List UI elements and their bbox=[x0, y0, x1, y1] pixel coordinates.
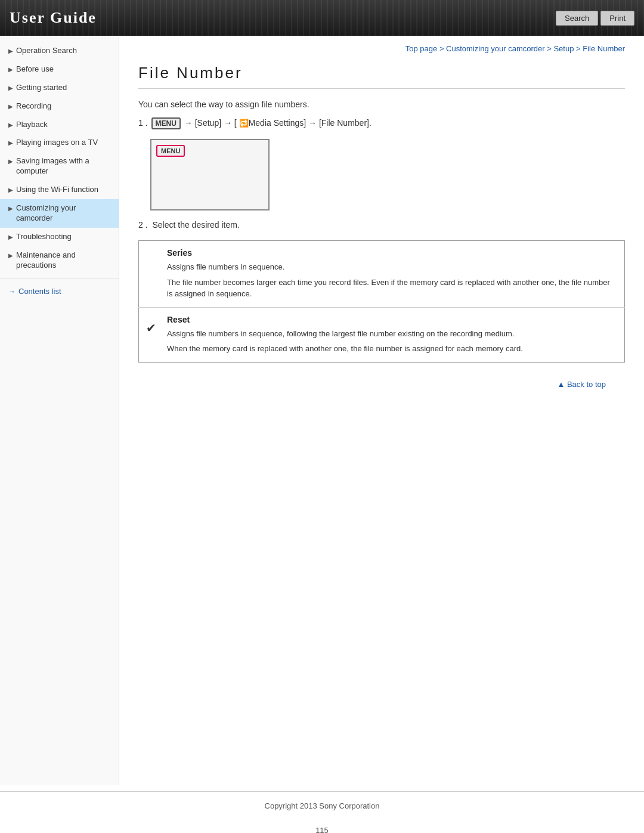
back-to-top-bar: Back to top bbox=[138, 374, 625, 389]
arrow-icon: ▶ bbox=[8, 205, 13, 212]
sidebar-item-before-use[interactable]: ▶ Before use bbox=[0, 60, 119, 79]
arrow-icon: ▶ bbox=[8, 233, 13, 241]
sidebar-label: Maintenance and precautions bbox=[16, 250, 113, 271]
step-1: 1. MENU → [Setup] → [ 🔁Media Settings] →… bbox=[138, 117, 625, 129]
arrow-icon: ▶ bbox=[8, 66, 13, 73]
sidebar: ▶ Operation Search ▶ Before use ▶ Gettin… bbox=[0, 36, 119, 785]
arrow-icon: ▶ bbox=[8, 157, 13, 165]
menu-mockup: MENU bbox=[150, 139, 270, 210]
checkmark-cell bbox=[139, 241, 159, 308]
breadcrumb-top[interactable]: Top page bbox=[405, 44, 438, 53]
series-line-1: Assigns file numbers in sequence. bbox=[167, 261, 616, 273]
series-line-2: The file number becomes larger each time… bbox=[167, 277, 616, 300]
sidebar-item-recording[interactable]: ▶ Recording bbox=[0, 97, 119, 116]
sidebar-item-playback[interactable]: ▶ Playback bbox=[0, 116, 119, 134]
content-area: Top page > Customizing your camcorder > … bbox=[119, 36, 644, 785]
table-row-reset: ✔ Reset Assigns file numbers in sequence… bbox=[139, 307, 625, 362]
main-layout: ▶ Operation Search ▶ Before use ▶ Gettin… bbox=[0, 36, 644, 785]
menu-mockup-button: MENU bbox=[156, 145, 185, 157]
breadcrumb-setup[interactable]: Setup bbox=[553, 44, 574, 53]
contents-list-link[interactable]: → Contents list bbox=[0, 282, 119, 301]
arrow-icon: ▶ bbox=[8, 84, 13, 92]
app-title: User Guide bbox=[10, 9, 97, 27]
reset-title: Reset bbox=[167, 315, 616, 324]
sidebar-label: Recording bbox=[16, 101, 51, 112]
sidebar-label: Troubleshooting bbox=[16, 232, 72, 242]
header: User Guide Search Print bbox=[0, 0, 644, 36]
sidebar-item-wifi[interactable]: ▶ Using the Wi-Fi function bbox=[0, 181, 119, 199]
header-buttons: Search Print bbox=[556, 11, 634, 26]
sidebar-item-saving-images[interactable]: ▶ Saving images with a computer bbox=[0, 152, 119, 181]
copyright-text: Copyright 2013 Sony Corporation bbox=[265, 801, 380, 810]
step-2-number: 2 bbox=[138, 220, 143, 230]
sidebar-label: Before use bbox=[16, 64, 54, 75]
breadcrumb: Top page > Customizing your camcorder > … bbox=[138, 44, 625, 53]
back-to-top-link[interactable]: Back to top bbox=[557, 380, 606, 389]
print-button[interactable]: Print bbox=[600, 11, 634, 26]
sidebar-label: Saving images with a computer bbox=[16, 156, 113, 176]
step-2-text: Select the desired item. bbox=[152, 220, 239, 230]
arrow-icon: ▶ bbox=[8, 121, 13, 129]
sidebar-item-getting-started[interactable]: ▶ Getting started bbox=[0, 79, 119, 97]
breadcrumb-customizing[interactable]: Customizing your camcorder bbox=[446, 44, 544, 53]
reset-cell: Reset Assigns file numbers in sequence, … bbox=[159, 307, 625, 362]
menu-key: MENU bbox=[151, 117, 181, 129]
sidebar-item-maintenance[interactable]: ▶ Maintenance and precautions bbox=[0, 246, 119, 275]
series-title: Series bbox=[167, 248, 616, 258]
sidebar-item-operation-search[interactable]: ▶ Operation Search bbox=[0, 42, 119, 60]
sidebar-label: Getting started bbox=[16, 83, 67, 93]
info-table: Series Assigns file numbers in sequence.… bbox=[138, 240, 625, 363]
page-number: 115 bbox=[0, 820, 644, 833]
step-1-text: → [Setup] → [ 🔁Media Settings] → [File N… bbox=[184, 118, 371, 128]
sidebar-label: Playback bbox=[16, 120, 48, 130]
arrow-icon: ▶ bbox=[8, 252, 13, 259]
series-cell: Series Assigns file numbers in sequence.… bbox=[159, 241, 625, 308]
page-title: File Number bbox=[138, 64, 625, 89]
footer: Copyright 2013 Sony Corporation bbox=[0, 791, 644, 820]
arrow-icon: ▶ bbox=[8, 103, 13, 110]
sidebar-item-troubleshooting[interactable]: ▶ Troubleshooting bbox=[0, 228, 119, 246]
breadcrumb-current: File Number bbox=[583, 44, 625, 53]
breadcrumb-sep1: > bbox=[437, 44, 446, 53]
sidebar-label: Operation Search bbox=[16, 46, 77, 56]
step-1-number: 1 bbox=[138, 118, 143, 128]
sidebar-divider bbox=[0, 278, 119, 278]
sidebar-label: Customizing your camcorder bbox=[16, 203, 113, 224]
breadcrumb-sep2: > bbox=[545, 44, 554, 53]
search-button[interactable]: Search bbox=[556, 11, 598, 26]
breadcrumb-sep3: > bbox=[574, 44, 583, 53]
sidebar-item-customizing[interactable]: ▶ Customizing your camcorder bbox=[0, 199, 119, 228]
sidebar-label: Playing images on a TV bbox=[16, 138, 98, 148]
step-2: 2. Select the desired item. bbox=[138, 220, 625, 230]
reset-line-2: When the memory card is replaced with an… bbox=[167, 343, 616, 355]
contents-link-label: Contents list bbox=[18, 287, 61, 296]
reset-line-1: Assigns file numbers in sequence, follow… bbox=[167, 328, 616, 340]
sidebar-label: Using the Wi-Fi function bbox=[16, 185, 98, 195]
content-intro: You can select the way to assign file nu… bbox=[138, 100, 625, 109]
arrow-icon: ▶ bbox=[8, 47, 13, 55]
checkmark-icon: ✔ bbox=[146, 321, 156, 335]
arrow-icon: ▶ bbox=[8, 139, 13, 147]
checkmark-cell-reset: ✔ bbox=[139, 307, 159, 362]
table-row-series: Series Assigns file numbers in sequence.… bbox=[139, 241, 625, 308]
arrow-right-icon: → bbox=[8, 287, 16, 296]
sidebar-item-playing-images[interactable]: ▶ Playing images on a TV bbox=[0, 134, 119, 152]
arrow-icon: ▶ bbox=[8, 186, 13, 194]
